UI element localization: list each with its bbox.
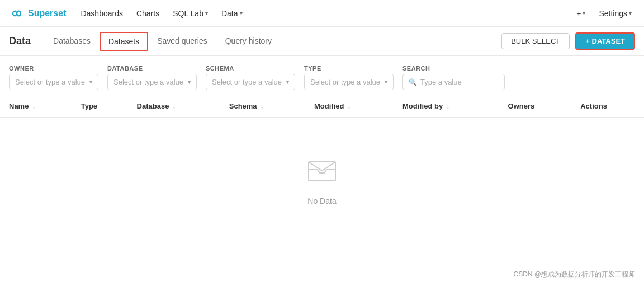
nav-sql-lab[interactable]: SQL Lab ▾ [172,7,209,20]
top-nav: Superset Dashboards Charts SQL Lab ▾ Dat… [0,0,644,27]
empty-state: No Data [0,118,644,239]
type-filter-select[interactable]: Select or type a value ▾ [304,74,394,90]
add-button[interactable]: + ▾ [573,7,589,20]
database-filter-select[interactable]: Select or type a value ▾ [107,74,197,90]
schema-filter-group: SCHEMA Select or type a value ▾ [206,65,295,90]
type-filter-group: TYPE Select or type a value ▾ [304,65,394,90]
search-icon: 🔍 [409,78,417,86]
col-name-sort-icon: ↕ [32,104,35,110]
filters-row: OWNER Select or type a value ▾ DATABASE … [0,56,644,95]
owner-filter-label: OWNER [9,65,98,72]
page-header: Data Databases Datasets Saved queries Qu… [0,27,644,56]
nav-links: Dashboards Charts SQL Lab ▾ Data ▾ [79,7,243,20]
search-filter-container: 🔍 [402,74,505,90]
type-filter-placeholder: Select or type a value [310,78,380,86]
table-container: Name ↕ Type Database ↕ Schema ↕ Modified… [0,95,644,239]
schema-filter-select[interactable]: Select or type a value ▾ [206,74,295,90]
col-modified[interactable]: Modified ↓ [305,95,394,118]
empty-state-text: No Data [307,196,336,205]
schema-filter-placeholder: Select or type a value [212,78,282,86]
search-filter-label: SEARCH [402,65,505,72]
col-owners: Owners [499,95,572,118]
col-database-sort-icon: ↕ [173,104,176,110]
search-filter-group: SEARCH 🔍 [402,65,505,90]
col-schema[interactable]: Schema ↕ [220,95,305,118]
col-name[interactable]: Name ↕ [0,95,72,118]
tab-query-history[interactable]: Query history [216,27,281,56]
add-chevron-icon: ▾ [583,10,585,16]
tab-databases[interactable]: Databases [44,27,100,56]
schema-filter-label: SCHEMA [206,65,295,72]
sql-lab-chevron-icon: ▾ [205,10,208,16]
table-header: Name ↕ Type Database ↕ Schema ↕ Modified… [0,95,644,118]
data-chevron-icon: ▾ [240,10,243,16]
settings-chevron-icon: ▾ [629,10,632,16]
owner-filter-group: OWNER Select or type a value ▾ [9,65,98,90]
type-filter-label: TYPE [304,65,394,72]
database-filter-group: DATABASE Select or type a value ▾ [107,65,197,90]
bulk-select-button[interactable]: BULK SELECT [501,33,570,49]
col-modified-by[interactable]: Modified by ↕ [394,95,499,118]
add-dataset-button[interactable]: + DATASET [575,32,635,50]
database-filter-label: DATABASE [107,65,197,72]
logo-icon [9,6,25,21]
type-filter-arrow-icon: ▾ [385,79,387,85]
settings-button[interactable]: Settings ▾ [595,7,635,20]
nav-dashboards[interactable]: Dashboards [79,7,124,20]
sub-tabs: Databases Datasets Saved queries Query h… [44,27,281,55]
page-title: Data [9,35,31,47]
page-header-actions: BULK SELECT + DATASET [501,32,635,50]
tab-saved-queries[interactable]: Saved queries [148,27,216,56]
nav-data[interactable]: Data ▾ [220,7,244,20]
logo[interactable]: Superset [9,6,66,21]
database-filter-placeholder: Select or type a value [113,78,183,86]
owner-filter-select[interactable]: Select or type a value ▾ [9,74,98,90]
table-header-row: Name ↕ Type Database ↕ Schema ↕ Modified… [0,95,644,118]
top-actions: + ▾ Settings ▾ [573,7,635,20]
owner-filter-placeholder: Select or type a value [15,78,85,86]
col-schema-sort-icon: ↕ [261,104,263,110]
tab-datasets[interactable]: Datasets [100,32,148,51]
owner-filter-arrow-icon: ▾ [89,79,92,85]
nav-charts[interactable]: Charts [135,7,160,20]
col-modified-by-sort-icon: ↕ [447,104,449,110]
database-filter-arrow-icon: ▾ [188,79,191,85]
empty-state-icon [304,152,340,187]
search-input[interactable] [420,78,499,86]
schema-filter-arrow-icon: ▾ [286,79,289,85]
app-name: Superset [28,8,66,18]
col-database[interactable]: Database ↕ [128,95,220,118]
datasets-table: Name ↕ Type Database ↕ Schema ↕ Modified… [0,95,644,118]
col-actions: Actions [571,95,644,118]
col-type: Type [72,95,128,118]
col-modified-sort-icon: ↓ [348,104,351,110]
